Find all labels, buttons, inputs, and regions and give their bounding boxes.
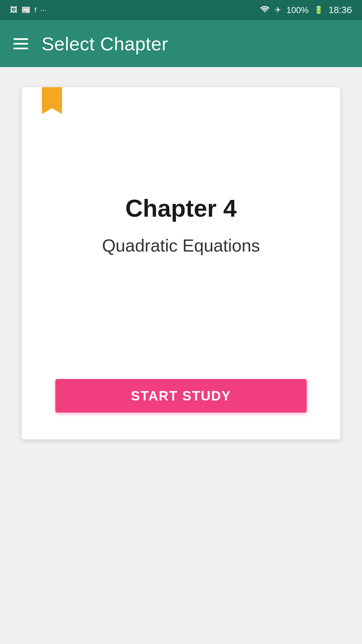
app-bar: Select Chapter	[0, 20, 362, 67]
status-bar: 🖼 📰 f ··· ✈ 100% 🔋 18:36	[0, 0, 362, 20]
chapter-card: Chapter 4 Quadratic Equations START STUD…	[22, 87, 340, 439]
page-title: Select Chapter	[42, 33, 168, 55]
flipboard-icon: 📰	[21, 6, 31, 14]
hamburger-menu-button[interactable]	[13, 38, 28, 49]
bookmark-shape	[42, 87, 62, 114]
battery-text: 100%	[286, 5, 309, 15]
status-bar-right: ✈ 100% 🔋 18:36	[260, 5, 352, 15]
hamburger-line-2	[13, 43, 28, 45]
content-area: Chapter 4 Quadratic Equations START STUD…	[0, 67, 362, 644]
status-bar-left: 🖼 📰 f ···	[10, 6, 47, 14]
hamburger-line-3	[13, 48, 28, 49]
bookmark-icon	[42, 87, 62, 114]
facebook-icon: f	[35, 6, 37, 14]
chapter-title: Chapter 4	[125, 195, 237, 222]
battery-icon: 🔋	[314, 6, 323, 14]
image-icon: 🖼	[10, 6, 17, 14]
more-icon: ···	[41, 6, 47, 14]
hamburger-line-1	[13, 38, 28, 40]
wifi-icon	[260, 5, 269, 15]
airplane-icon: ✈	[275, 6, 281, 14]
chapter-subtitle: Quadratic Equations	[102, 235, 260, 256]
start-study-button[interactable]: START STUDY	[55, 379, 307, 413]
time: 18:36	[328, 5, 352, 15]
